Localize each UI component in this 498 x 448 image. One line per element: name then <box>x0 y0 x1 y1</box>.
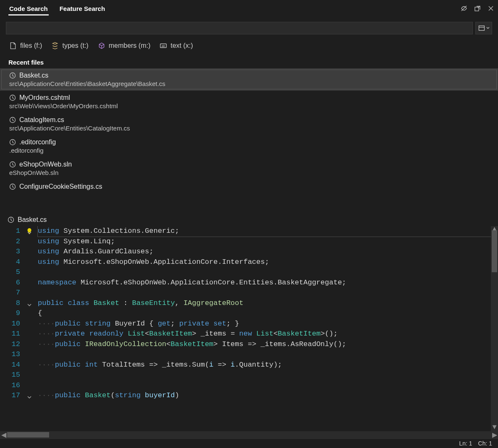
result-path: src\ApplicationCore\Entities\BasketAggre… <box>9 80 489 87</box>
fold-toggle[interactable] <box>27 393 33 399</box>
filter-row: files (f:) types (t:) members (m:) ab te… <box>0 36 498 55</box>
result-name: CatalogItem.cs <box>19 116 64 124</box>
clock-icon <box>9 72 16 79</box>
result-item[interactable]: Basket.cssrc\ApplicationCore\Entities\Ba… <box>0 68 498 91</box>
filter-files[interactable]: files (f:) <box>9 42 42 49</box>
search-row <box>0 17 498 36</box>
result-name: eShopOnWeb.sln <box>19 161 72 168</box>
close-icon[interactable] <box>487 5 495 12</box>
preview-filename: Basket.cs <box>18 216 47 224</box>
result-item[interactable]: ConfigureCookieSettings.cs <box>0 180 498 194</box>
editor-vscrollbar[interactable]: ▲ ▼ <box>491 226 498 431</box>
svg-text:ab: ab <box>162 44 165 48</box>
editor-hscrollbar[interactable]: ◀ ▶ <box>0 431 498 438</box>
recent-files-header: Recent files <box>0 55 498 68</box>
titlebar-actions <box>460 5 495 12</box>
search-input[interactable] <box>6 22 473 34</box>
svg-rect-4 <box>479 26 484 31</box>
clock-icon <box>9 183 16 190</box>
result-item[interactable]: .editorconfig.editorconfig <box>0 135 498 157</box>
filter-files-label: files (f:) <box>20 42 42 49</box>
filter-text-label: text (x:) <box>170 42 193 49</box>
line-gutter: 1234567891011121314151617 <box>0 226 25 431</box>
result-name: MyOrders.cshtml <box>19 94 70 102</box>
filter-members-label: members (m:) <box>109 42 151 49</box>
filter-types[interactable]: types (t:) <box>51 42 88 49</box>
result-item[interactable]: CatalogItem.cssrc\ApplicationCore\Entiti… <box>0 113 498 135</box>
results-list[interactable]: Basket.cssrc\ApplicationCore\Entities\Ba… <box>0 68 498 211</box>
status-col: Ch: 1 <box>478 440 492 447</box>
result-name: Basket.cs <box>19 72 48 79</box>
clock-icon <box>9 117 16 123</box>
result-path: .editorconfig <box>9 147 489 154</box>
code-content[interactable]: using System.Collections.Generic;using S… <box>38 226 498 431</box>
result-item[interactable]: MyOrders.cshtmlsrc\Web\Views\Order\MyOrd… <box>0 91 498 113</box>
preview-toggle-icon[interactable] <box>460 5 468 12</box>
preview-header: Basket.cs <box>0 211 498 226</box>
result-path: eShopOnWeb.sln <box>9 169 489 176</box>
code-preview: 1234567891011121314151617 using System.C… <box>0 226 498 431</box>
result-item[interactable]: eShopOnWeb.slneShopOnWeb.sln <box>0 157 498 180</box>
search-tabs: Code Search Feature Search <box>3 1 111 16</box>
result-name: ConfigureCookieSettings.cs <box>19 183 102 190</box>
status-line: Ln: 1 <box>459 440 472 447</box>
result-path: src\Web\Views\Order\MyOrders.cshtml <box>9 102 489 109</box>
tab-feature-search[interactable]: Feature Search <box>54 1 111 16</box>
view-options-button[interactable] <box>475 22 492 34</box>
filter-text[interactable]: ab text (x:) <box>160 42 193 49</box>
popout-icon[interactable] <box>474 5 481 12</box>
clock-icon <box>9 161 16 168</box>
clock-icon <box>9 94 16 101</box>
result-name: .editorconfig <box>19 138 56 146</box>
fold-toggle[interactable] <box>27 229 33 234</box>
fold-toggle[interactable] <box>27 301 33 307</box>
filter-members[interactable]: members (m:) <box>98 42 151 49</box>
fold-column <box>25 226 38 431</box>
tab-code-search[interactable]: Code Search <box>3 1 54 16</box>
filter-types-label: types (t:) <box>62 42 88 49</box>
clock-icon <box>9 139 16 146</box>
titlebar: Code Search Feature Search <box>0 0 498 17</box>
result-path: src\ApplicationCore\Entities\CatalogItem… <box>9 125 489 132</box>
statusbar: Ln: 1 Ch: 1 <box>0 438 498 448</box>
